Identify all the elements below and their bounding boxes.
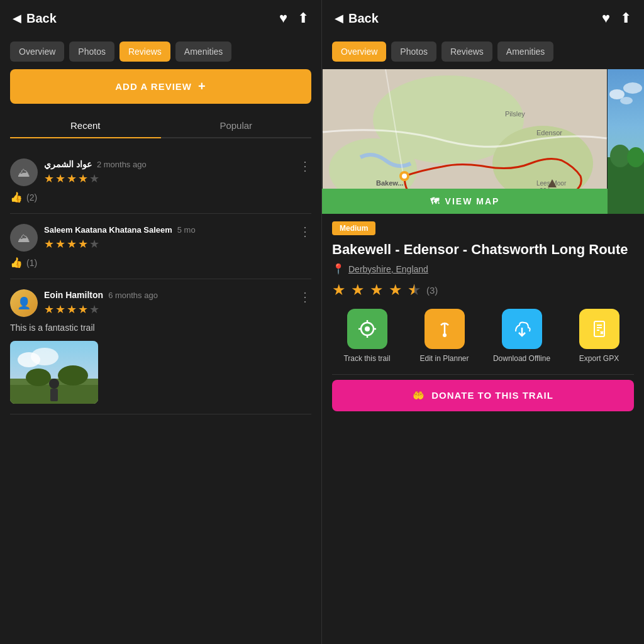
user-info: Saleem Kaatana Khatana Saleem 5 mo ★ ★ ★… [44,225,196,251]
user-name: Eoin Hamilton [44,290,103,300]
right-favorite-icon[interactable]: ♥ [602,10,610,26]
review-text: This is a fantastic trail [10,322,311,335]
sort-popular[interactable]: Popular [161,114,312,137]
right-content: Pilsley Edensor Bakew... Lees Moor 304 m… [322,69,644,644]
download-offline-button[interactable]: Download Offline [487,309,557,364]
review-time: 6 months ago [108,291,158,300]
right-back-label: Back [348,11,379,26]
add-review-label: ADD A REVIEW [115,81,192,92]
right-panel: ◀ Back ♥ ⬆ Overview Photos Reviews Ameni… [322,0,644,644]
review-header: 👤 Eoin Hamilton 6 months ago ★ ★ ★ ★ ★ [10,289,311,317]
track-trail-label: Track this trail [343,354,390,364]
divider [332,374,634,375]
map-icon: 🗺 [430,196,440,206]
export-gpx-label: Export GPX [579,354,619,364]
svg-point-26 [620,97,633,104]
svg-point-31 [365,326,370,331]
user-name: Saleem Kaatana Khatana Saleem [44,225,172,235]
left-header-actions: ♥ ⬆ [279,10,309,26]
view-map-button[interactable]: 🗺 VIEW MAP [322,189,608,214]
review-item: ⛰ Saleem Kaatana Khatana Saleem 5 mo ★ ★… [10,214,311,279]
more-options-icon[interactable]: ⋮ [299,224,311,239]
user-name: عواد الشمري [44,159,92,169]
mountain-icon: ⛰ [18,165,30,180]
review-user: 👤 Eoin Hamilton 6 months ago ★ ★ ★ ★ ★ [10,289,158,317]
tab-amenities-left[interactable]: Amenities [175,42,231,62]
donate-icon: 🤲 [413,390,425,401]
avatar: ⛰ [10,158,38,186]
map-row: Pilsley Edensor Bakew... Lees Moor 304 m… [322,69,644,214]
location-text: Derbyshire, England [348,264,428,274]
more-options-icon[interactable]: ⋮ [299,289,311,304]
like-row: 👍 (1) [10,257,311,269]
review-time: 2 months ago [97,160,147,169]
location-pin-icon: 📍 [332,263,345,275]
svg-point-6 [58,365,88,386]
right-share-icon[interactable]: ⬆ [620,10,631,26]
avatar: ⛰ [10,224,38,252]
download-icon [502,309,542,349]
avatar: 👤 [10,289,38,317]
tab-amenities-right[interactable]: Amenities [497,42,553,62]
review-item: ⛰ عواد الشمري 2 months ago ★ ★ ★ ★ ★ [10,148,311,214]
like-row: 👍 (2) [10,191,311,203]
user-info: Eoin Hamilton 6 months ago ★ ★ ★ ★ ★ [44,290,158,316]
thumbs-up-icon: 👍 [10,191,23,203]
trail-name: Bakewell - Edensor - Chatsworth Long Rou… [332,242,634,258]
planner-icon [425,309,465,349]
review-header: ⛰ Saleem Kaatana Khatana Saleem 5 mo ★ ★… [10,224,311,252]
review-time: 5 mo [177,225,196,235]
difficulty-badge: Medium [332,221,375,235]
left-back-label: Back [26,11,57,26]
sort-tabs: Recent Popular [10,114,311,138]
view-map-label: VIEW MAP [445,196,500,206]
right-back-arrow-icon: ◀ [335,11,343,25]
user-avatar-photo: 👤 [10,289,38,317]
right-header-actions: ♥ ⬆ [602,10,631,26]
right-back-nav[interactable]: ◀ Back [335,11,379,26]
review-photo [10,341,98,404]
star-rating: ★ ★ ★ ★ ★ [44,237,196,251]
svg-point-29 [627,147,644,167]
tab-photos-right[interactable]: Photos [391,42,436,62]
location-row: 📍 Derbyshire, England [332,263,634,275]
scenic-photo [608,69,644,214]
svg-text:Pilsley: Pilsley [505,110,525,118]
rating-count: (3) [426,285,438,296]
rating-row: ★ ★ ★ ★ ★ ★ (3) [332,281,634,299]
svg-point-7 [49,379,59,389]
tab-overview-right[interactable]: Overview [332,42,386,62]
track-trail-button[interactable]: Track this trail [332,309,402,364]
left-share-icon[interactable]: ⬆ [297,10,309,26]
review-header: ⛰ عواد الشمري 2 months ago ★ ★ ★ ★ ★ [10,158,311,186]
more-options-icon[interactable]: ⋮ [299,158,311,174]
review-item: 👤 Eoin Hamilton 6 months ago ★ ★ ★ ★ ★ [10,279,311,414]
add-review-button[interactable]: ADD A REVIEW + [10,69,311,104]
add-review-plus-icon: + [198,79,206,94]
svg-point-2 [31,348,58,365]
gpx-icon [579,309,619,349]
edit-planner-label: Edit in Planner [419,354,469,364]
export-gpx-button[interactable]: Export GPX [564,309,634,364]
tab-photos-left[interactable]: Photos [69,42,114,62]
donate-label: DONATE TO THIS TRAIL [431,390,553,401]
left-back-nav[interactable]: ◀ Back [13,11,57,26]
right-tabs: Overview Photos Reviews Amenities [322,36,644,69]
sort-recent[interactable]: Recent [10,114,161,138]
left-tabs: Overview Photos Reviews Amenities [0,36,321,69]
svg-rect-8 [50,389,58,401]
tab-overview-left[interactable]: Overview [10,42,64,62]
svg-point-36 [443,333,447,337]
tab-reviews-left[interactable]: Reviews [119,42,170,62]
svg-point-5 [26,369,51,386]
left-back-arrow-icon: ◀ [13,11,21,25]
svg-point-25 [623,82,642,94]
like-count: (1) [26,258,37,268]
left-favorite-icon[interactable]: ♥ [279,10,287,26]
review-user: ⛰ Saleem Kaatana Khatana Saleem 5 mo ★ ★… [10,224,196,252]
right-header: ◀ Back ♥ ⬆ [322,0,644,36]
donate-button[interactable]: 🤲 DONATE TO THIS TRAIL [332,380,634,411]
svg-text:Edensor: Edensor [536,129,562,136]
tab-reviews-right[interactable]: Reviews [441,42,492,62]
edit-planner-button[interactable]: Edit in Planner [409,309,479,364]
